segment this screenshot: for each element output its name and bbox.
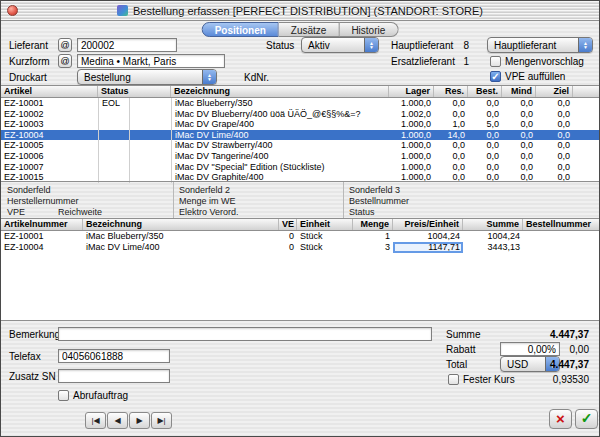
check-icon: ✓ [576,410,597,427]
table-row[interactable]: EZ-10006 iMac DV Tangerine/400 1.000,0 0… [1,151,599,162]
filler-cell [573,130,599,141]
column-header: Artikelnummer [1,219,83,230]
status-cell [98,151,129,162]
menge-cell: 3 [353,242,393,253]
status-dropdown[interactable]: Aktiv ▲▼ [301,37,379,53]
zusatz-sn-label: Zusatz SN [9,371,56,382]
kurzform-lookup-button[interactable]: @ [58,54,72,68]
bestellnummer-label: Bestellnummer [349,196,409,206]
telefax-input[interactable] [58,349,170,363]
abrufauftrag-label: Abrufauftrag [73,390,128,401]
next-record-button[interactable]: ▶ [129,412,150,429]
status-cell [98,109,129,120]
tab-positionen[interactable]: Positionen [202,22,279,37]
column-header: Bezeichnung [83,219,279,230]
position-row[interactable]: EZ-10001 iMac Blueberry/350 0 Stück 1 10… [1,231,599,242]
druckart-dropdown[interactable]: Bestellung ▲▼ [77,69,217,85]
lieferant-lookup-button[interactable]: @ [58,38,72,52]
lieferant-input[interactable] [77,38,177,52]
table-row-selected[interactable]: EZ-10004 iMac DV Lime/400 1.000,0 14,0 0… [1,130,599,141]
fester-kurs-checkbox[interactable] [448,374,459,385]
mengenvorschlag-checkbox[interactable] [490,56,501,67]
artikelnummer-cell: EZ-10001 [1,231,83,242]
info-panel: Sonderfeld Herstellernummer VPE Reichwei… [1,181,599,219]
ziel-cell: 0,0 [536,151,573,162]
bestellnummer-cell [523,231,599,242]
res-cell: 1,0 [434,119,468,130]
close-button[interactable] [7,5,18,16]
table-row[interactable]: EZ-10005 iMac DV Strawberry/400 1.000,0 … [1,140,599,151]
ve-cell: 0 [279,231,297,242]
app-icon [117,5,128,16]
elektro-verord-label: Elektro Verord. [179,207,239,217]
tab-zusaetze[interactable]: Zusätze [279,22,340,37]
column-header: Menge [353,219,393,230]
cancel-button[interactable]: × [549,409,572,429]
einheit-cell: Stück [297,231,353,242]
artikel-cell: EZ-10005 [1,140,98,151]
table-row[interactable]: EZ-10001 EOL iMac Blueberry/350 1.000,0 … [1,98,599,109]
table-row[interactable]: EZ-10003 iMac DV Grape/400 1.000,0 1,0 5… [1,119,599,130]
mind-cell: 0,0 [502,162,536,173]
lieferant-label: Lieferant [9,40,48,51]
filler-cell [573,151,599,162]
lager-cell: 1.000,0 [389,98,434,109]
menge-cell: 1 [353,231,393,242]
bezeichnung-cell: iMac DV Lime/400 [83,242,279,253]
rabatt-value: 0,00 [570,344,589,355]
mind-cell: 0,0 [502,151,536,162]
tab-historie[interactable]: Historie [339,22,398,37]
titlebar[interactable]: Bestellung erfassen [PERFECT DISTRIBUTIO… [1,1,599,21]
mind-cell: 0,0 [502,98,536,109]
table-row[interactable]: EZ-10007 iMac DV "Special" Edition (Stüc… [1,162,599,173]
column-header: Ziel [536,86,573,97]
einheit-cell: Stück [297,242,353,253]
druckart-label: Druckart [9,72,47,83]
mind-cell: 0,0 [502,119,536,130]
vpe-label: VPE [7,207,25,217]
artikelnummer-cell: EZ-10004 [1,242,83,253]
filler-cell [573,162,599,173]
total-value: 4.447,37 [550,359,589,370]
last-record-icon: ▶| [157,416,165,425]
first-record-button[interactable]: |◀ [85,412,106,429]
sonderfeld3-label: Sonderfeld 3 [349,185,400,195]
zusatz-sn-input[interactable] [58,369,170,383]
ziel-cell: 0,0 [536,98,573,109]
table-row[interactable]: EZ-10002 iMac DV Blueberry/400 üöä ÜÄÖ_@… [1,109,599,120]
column-header: Status [98,86,171,97]
bemerkung-input[interactable] [58,327,432,341]
abrufauftrag-checkbox[interactable] [58,390,69,401]
filler-cell [573,109,599,120]
last-record-button[interactable]: ▶| [151,412,172,429]
vpe-auffuellen-label: VPE auffüllen [505,71,565,82]
lager-cell: 1.000,0 [389,130,434,141]
hauptlieferant-dropdown[interactable]: Hauptlieferant ▲▼ [487,37,593,53]
summe-value: 4.447,37 [550,329,589,340]
positions-table: Artikelnummer Bezeichnung VE Einheit Men… [1,218,599,321]
bezeichnung-cell: iMac DV Blueberry/400 üöä ÜÄÖ_@€§§%&=? [171,109,389,120]
dropdown-arrows-icon: ▲▼ [202,70,216,84]
rabatt-input[interactable] [500,342,560,356]
column-header: Einheit [297,219,353,230]
previous-record-button[interactable]: ◀ [107,412,128,429]
ziel-cell: 0,0 [536,109,573,120]
status-cell [98,140,129,151]
summe-label: Summe [446,329,480,340]
sonderfeld2-label: Sonderfeld 2 [179,185,230,195]
bestellnummer-cell [523,242,599,253]
kurzform-input[interactable] [77,54,225,68]
column-header: Bezeichnung [171,86,389,97]
position-row[interactable]: EZ-10004 iMac DV Lime/400 0 Stück 3 1147… [1,242,599,253]
preis-cell-editing[interactable]: 1147,71 [393,242,463,253]
hauptlieferant-label: Hauptlieferant [391,40,453,51]
panel-divider [173,182,174,219]
ve-cell: 0 [279,242,297,253]
vpe-auffuellen-checkbox[interactable]: ✓ [490,71,501,82]
status-dropdown-value: Aktiv [308,40,330,51]
confirm-button[interactable]: ✓ [575,409,598,429]
window-title: Bestellung erfassen [PERFECT DISTRIBUTIO… [133,5,483,17]
lager-cell: 1.000,0 [389,162,434,173]
previous-record-icon: ◀ [114,416,120,425]
artikel-cell: EZ-10002 [1,109,98,120]
